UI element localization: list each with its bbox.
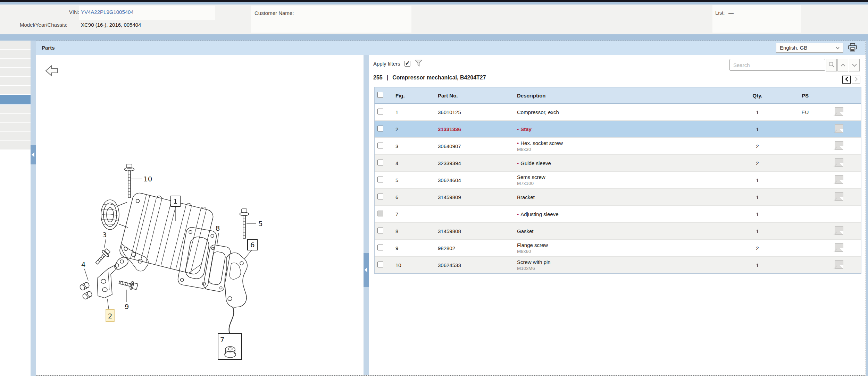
section-number: 255 xyxy=(373,75,383,81)
table-row[interactable]: 8 31459808 Gasket 1 xyxy=(375,223,861,240)
part-no-cell[interactable]: 31331336 xyxy=(432,124,510,134)
part-no-cell[interactable]: 30624604 xyxy=(432,175,510,185)
table-row[interactable]: 9 982802 Flange screw M8x60 2 xyxy=(375,240,861,257)
diagram-callout-5[interactable]: 5 xyxy=(258,220,263,228)
prev-page-button[interactable] xyxy=(842,76,851,84)
row-checkbox[interactable] xyxy=(377,177,383,182)
sidebar-item[interactable] xyxy=(0,114,31,122)
description-cell: Compressor, exch xyxy=(510,107,739,117)
search-input[interactable] xyxy=(729,59,825,71)
row-checkbox[interactable] xyxy=(377,262,383,267)
table-row[interactable]: 7 •Adjusting sleeve 1 xyxy=(375,206,861,223)
part-no-cell[interactable] xyxy=(432,212,510,216)
table-row[interactable]: 5 30624604 Sems screw M7x100 1 xyxy=(375,172,861,189)
panel-splitter-thumb[interactable] xyxy=(364,253,369,287)
table-row[interactable]: 10 30624533 Screw with pin M10xM6 1 xyxy=(375,257,861,273)
section-separator: | xyxy=(387,75,388,81)
diagram-callout-2-highlighted[interactable]: 2 xyxy=(106,309,114,322)
search-prev-button[interactable] xyxy=(837,59,848,71)
note-icon[interactable] xyxy=(835,141,843,150)
diagram-callout-9[interactable]: 9 xyxy=(125,302,129,311)
sidebar-item[interactable] xyxy=(0,77,31,85)
fig-cell: 3 xyxy=(390,141,432,151)
sidebar-item[interactable] xyxy=(0,68,31,76)
part-no-cell[interactable]: 36010125 xyxy=(432,107,510,117)
sidebar-item[interactable] xyxy=(0,86,31,94)
col-header-fig[interactable]: Fig. xyxy=(390,91,432,101)
note-icon[interactable] xyxy=(835,124,843,133)
back-arrow-icon[interactable] xyxy=(46,66,58,76)
sidebar-splitter-thumb[interactable] xyxy=(31,145,36,164)
filter-row: Apply filters ✓ xyxy=(373,59,423,68)
printer-icon xyxy=(848,43,857,53)
row-checkbox[interactable] xyxy=(377,211,383,216)
search-button[interactable] xyxy=(826,59,837,71)
note-icon[interactable] xyxy=(835,192,843,201)
row-checkbox[interactable] xyxy=(377,160,383,165)
row-checkbox[interactable] xyxy=(377,245,383,250)
note-icon[interactable] xyxy=(835,243,843,252)
ps-cell xyxy=(776,229,835,233)
part-no-cell[interactable]: 30624533 xyxy=(432,260,510,270)
part-no-cell[interactable]: 31459809 xyxy=(432,192,510,202)
customer-field-block xyxy=(251,6,411,33)
language-select[interactable]: English, GB xyxy=(776,43,843,53)
vida-parts-screen: { "header": { "vin_label": "VIN:", "vin_… xyxy=(0,0,868,376)
diagram-callout-4[interactable]: 4 xyxy=(81,260,86,269)
note-icon[interactable] xyxy=(835,226,843,235)
svg-text:10: 10 xyxy=(143,175,152,183)
sidebar-item[interactable] xyxy=(0,50,31,58)
sidebar-item[interactable] xyxy=(0,123,31,131)
diagram-callout-6[interactable]: 6 xyxy=(248,240,257,250)
vin-value-link[interactable]: YV4A22PL9G1005404 xyxy=(81,9,134,15)
part-no-cell[interactable]: 982802 xyxy=(432,243,510,253)
note-icon[interactable] xyxy=(835,175,843,184)
table-row[interactable]: 6 31459809 Bracket 1 xyxy=(375,189,861,206)
exchange-bullet-icon: • xyxy=(517,140,519,146)
table-row[interactable]: 4 32339394 •Guide sleeve 2 xyxy=(375,155,861,172)
part-no-cell[interactable]: 30640907 xyxy=(432,141,510,151)
vin-label: VIN: xyxy=(69,9,79,15)
sidebar-item[interactable] xyxy=(0,59,31,67)
apply-filters-checkbox[interactable]: ✓ xyxy=(404,61,410,67)
search-next-button[interactable] xyxy=(849,59,860,71)
row-checkbox[interactable] xyxy=(377,143,383,148)
part-no-cell[interactable]: 32339394 xyxy=(432,158,510,168)
note-icon[interactable] xyxy=(835,158,843,167)
filter-funnel-icon[interactable] xyxy=(415,59,423,68)
qty-cell: 2 xyxy=(739,243,776,253)
sidebar-item[interactable] xyxy=(0,141,31,149)
diagram-callout-1[interactable]: 1 xyxy=(171,196,180,206)
note-icon[interactable] xyxy=(835,107,843,116)
col-header-ps[interactable]: PS xyxy=(776,91,835,101)
row-checkbox[interactable] xyxy=(377,194,383,199)
row-checkbox[interactable] xyxy=(377,228,383,233)
ps-cell xyxy=(776,144,835,148)
sidebar-item[interactable] xyxy=(0,41,31,49)
col-header-part-no[interactable]: Part No. xyxy=(432,91,510,101)
diagram-callout-3[interactable]: 3 xyxy=(102,231,107,239)
table-row[interactable]: 2 31331336 •Stay 1 xyxy=(375,121,861,138)
part-no-cell[interactable]: 31459808 xyxy=(432,226,510,236)
row-checkbox[interactable] xyxy=(377,109,383,114)
table-row[interactable]: 3 30640907 •Hex. socket screw M8x30 2 xyxy=(375,138,861,155)
sidebar-item[interactable] xyxy=(0,132,31,140)
note-icon[interactable] xyxy=(835,260,843,269)
col-header-qty[interactable]: Qty. xyxy=(739,91,776,101)
sidebar-splitter[interactable] xyxy=(31,41,36,376)
diagram-callout-10[interactable]: 10 xyxy=(143,175,152,183)
next-page-button[interactable] xyxy=(852,76,860,84)
row-checkbox[interactable] xyxy=(377,126,383,131)
sidebar-item-selected[interactable] xyxy=(0,95,31,104)
diagram-callout-8[interactable]: 8 xyxy=(216,224,220,232)
collapse-left-icon xyxy=(365,267,367,272)
svg-text:4: 4 xyxy=(81,260,86,269)
select-all-checkbox[interactable] xyxy=(377,92,383,98)
print-button[interactable] xyxy=(847,43,858,53)
chevron-up-icon xyxy=(840,62,846,68)
panel-splitter[interactable] xyxy=(364,55,369,375)
sidebar-item[interactable] xyxy=(0,105,31,113)
col-header-description[interactable]: Description xyxy=(510,91,739,101)
ps-cell xyxy=(776,246,835,250)
table-row[interactable]: 1 36010125 Compressor, exch 1 EU xyxy=(375,104,861,121)
